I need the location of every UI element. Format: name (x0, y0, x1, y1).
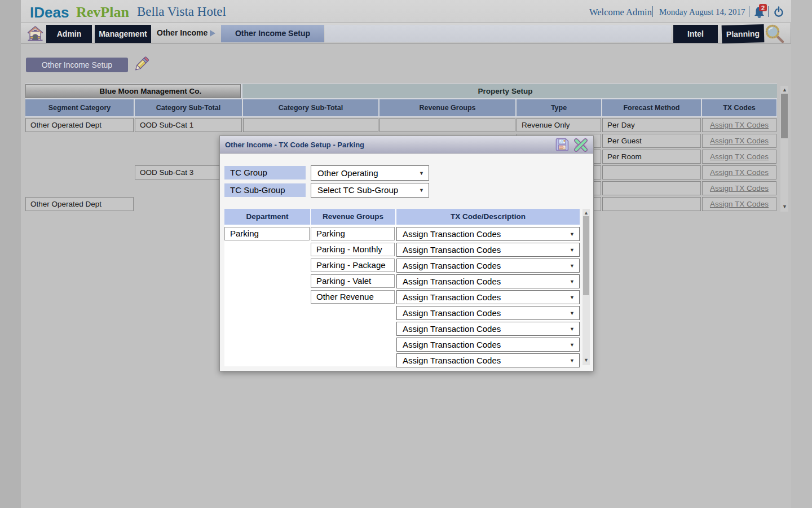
svg-text:2: 2 (761, 5, 765, 11)
